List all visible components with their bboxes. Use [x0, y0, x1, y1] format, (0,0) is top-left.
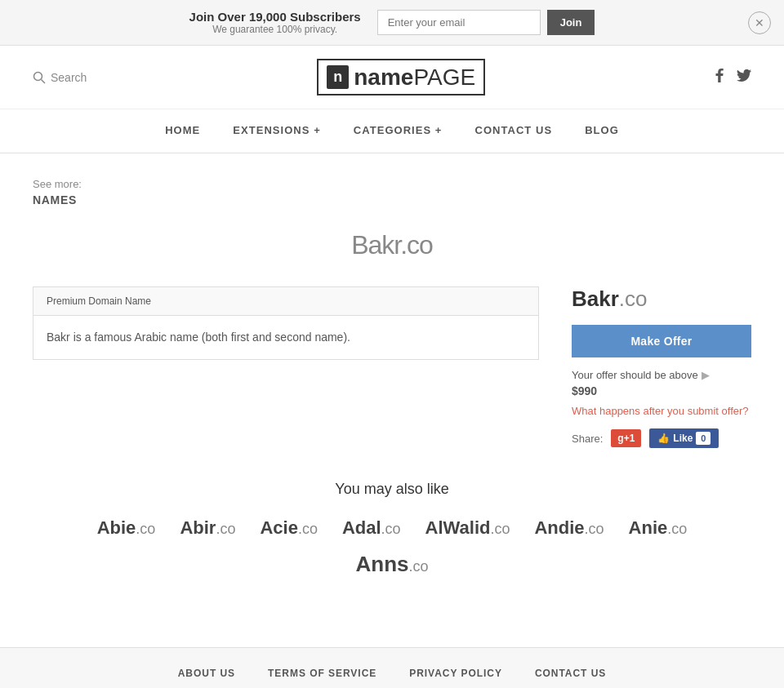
nav-contact[interactable]: CONTACT US — [474, 109, 552, 153]
domain-actions: Bakr.co Make Offer Your offer should be … — [572, 286, 751, 448]
see-more-label: See more: — [33, 178, 82, 190]
nav-home[interactable]: HOME — [165, 109, 200, 153]
join-button[interactable]: Join — [547, 10, 595, 35]
footer: ABOUT US TERMS OF SERVICE PRIVACY POLICY… — [0, 647, 784, 688]
names-link[interactable]: NAMES — [33, 193, 751, 206]
domain-name-large: Bakr.co — [572, 286, 751, 312]
also-like-item-anie[interactable]: Anie.co — [629, 517, 688, 539]
see-more: See more: NAMES — [33, 178, 751, 206]
domain-title-display: Bakr.co — [33, 223, 751, 262]
twitter-icon[interactable] — [737, 69, 751, 86]
main-content: See more: NAMES Bakr.co Premium Domain N… — [0, 153, 784, 615]
nav-extensions[interactable]: EXTENSIONS + — [233, 109, 320, 153]
social-links — [715, 68, 751, 87]
offer-link[interactable]: What happens after you submit offer? — [572, 405, 749, 417]
also-like-grid-row2: Anns.co — [33, 552, 751, 577]
footer-terms[interactable]: TERMS OF SERVICE — [268, 668, 376, 679]
share-row: Share: g+1 👍 Like 0 — [572, 428, 751, 448]
domain-card-body: Bakr is a famous Arabic name (both first… — [33, 316, 538, 359]
facebook-icon[interactable] — [715, 68, 724, 87]
also-like-section: You may also like Abie.co Abir.co Acie.c… — [33, 481, 751, 577]
footer-contact[interactable]: CONTACT US — [535, 668, 606, 679]
offer-price: $990 — [572, 384, 751, 397]
search-label: Search — [51, 71, 87, 84]
banner-text: Join Over 19,000 Subscribers We guarante… — [189, 10, 361, 35]
logo-icon: n — [327, 65, 349, 89]
also-like-item-andie[interactable]: Andie.co — [534, 517, 604, 539]
search-icon — [33, 71, 46, 84]
googleplus-button[interactable]: g+1 — [611, 429, 641, 447]
footer-privacy[interactable]: PRIVACY POLICY — [409, 668, 502, 679]
offer-info: Your offer should be above ▶ — [572, 369, 751, 381]
footer-about[interactable]: ABOUT US — [178, 668, 235, 679]
also-like-item-alwalid[interactable]: AlWalid.co — [425, 517, 510, 539]
fb-like-label: Like — [673, 433, 693, 444]
offer-above-label: Your offer should be above — [572, 369, 698, 381]
share-label: Share: — [572, 433, 603, 445]
also-like-item-abie[interactable]: Abie.co — [97, 517, 156, 539]
logo-text: namePAGE — [354, 66, 475, 89]
also-like-grid: Abie.co Abir.co Acie.co Adal.co AlWalid.… — [33, 517, 751, 539]
logo[interactable]: n namePAGE — [317, 59, 485, 95]
domain-name-part: Bakr — [351, 230, 400, 260]
fb-thumbs-icon: 👍 — [657, 433, 670, 444]
also-like-title: You may also like — [33, 481, 751, 498]
facebook-like-button[interactable]: 👍 Like 0 — [649, 428, 719, 448]
also-like-item-adal[interactable]: Adal.co — [342, 517, 401, 539]
top-banner: Join Over 19,000 Subscribers We guarante… — [0, 0, 784, 46]
svg-point-0 — [34, 72, 42, 80]
svg-line-1 — [42, 79, 46, 83]
close-banner-button[interactable]: ✕ — [748, 11, 771, 34]
domain-tld-large: .co — [619, 286, 648, 311]
domain-tld-part: .co — [400, 230, 433, 260]
domain-card: Premium Domain Name Bakr is a famous Ara… — [33, 286, 539, 360]
also-like-item-anns[interactable]: Anns.co — [355, 552, 428, 577]
banner-form: Join — [377, 10, 595, 35]
arrow-icon: ▶ — [702, 369, 710, 381]
domain-card-header: Premium Domain Name — [33, 287, 538, 316]
also-like-item-abir[interactable]: Abir.co — [180, 517, 235, 539]
banner-title: Join Over 19,000 Subscribers — [189, 10, 361, 24]
main-nav: HOME EXTENSIONS + CATEGORIES + CONTACT U… — [0, 109, 784, 153]
nav-categories[interactable]: CATEGORIES + — [354, 109, 443, 153]
domain-content-row: Premium Domain Name Bakr is a famous Ara… — [33, 286, 751, 448]
fb-count: 0 — [696, 432, 710, 445]
also-like-item-acie[interactable]: Acie.co — [260, 517, 318, 539]
search-trigger[interactable]: Search — [33, 71, 87, 84]
header: Search n namePAGE — [0, 46, 784, 109]
make-offer-button[interactable]: Make Offer — [572, 325, 751, 357]
email-input[interactable] — [377, 10, 541, 35]
nav-blog[interactable]: BLOG — [585, 109, 619, 153]
footer-links: ABOUT US TERMS OF SERVICE PRIVACY POLICY… — [33, 668, 751, 679]
banner-subtitle: We guarantee 100% privacy. — [189, 24, 361, 35]
